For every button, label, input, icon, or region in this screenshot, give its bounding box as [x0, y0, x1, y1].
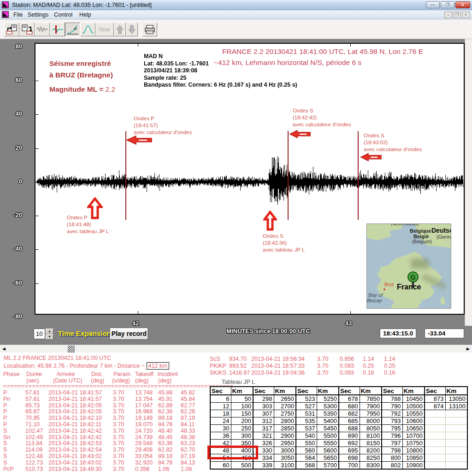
jp-cell: 5600: [317, 447, 339, 454]
p-curve-button[interactable]: P: [65, 23, 80, 36]
jp-header-cell: Sec: [210, 387, 231, 395]
filter-button[interactable]: [50, 23, 65, 36]
phase-cell: 1.14: [384, 356, 395, 362]
jp-cell: 8000: [360, 417, 382, 425]
menu-settings[interactable]: Settings: [25, 11, 51, 18]
jp-cell: [425, 425, 445, 432]
horizontal-scrollbar[interactable]: ◀ ▶: [0, 345, 472, 353]
event-note-line: Séisme enregistré: [49, 58, 115, 69]
time-expansion-input[interactable]: 10: [34, 329, 45, 339]
phase-cell: 2013-04-21 19:04:36: [251, 370, 305, 376]
save-record-button[interactable]: [19, 23, 35, 36]
phase-cell: 0.083: [340, 363, 354, 369]
event-note-line: à BRUZ (Bretagne): [49, 69, 115, 81]
scroll-right-arrow[interactable]: ▶: [464, 346, 472, 353]
phase-cell: 2013-04-21 18:43:02: [48, 459, 102, 466]
phase-cell: S: [3, 459, 7, 466]
phase-cell: 48.33: [181, 428, 195, 434]
open-record-button[interactable]: [4, 23, 19, 36]
phase-cell: 57.61: [25, 389, 40, 396]
jp-cell: 24: [210, 417, 231, 425]
jp-cell: 200: [231, 417, 253, 425]
phase-cell: P: [3, 408, 7, 415]
jp-cell: 2800: [274, 417, 296, 425]
bell-curve-button[interactable]: [80, 23, 95, 36]
phase-cell: 3.70: [113, 434, 124, 441]
phase-cell: 71.10: [25, 421, 40, 428]
phase-cell: 2013-04-21 18:57:33: [251, 363, 305, 369]
jp-cell: [445, 440, 467, 447]
phase-cell: 84.76: [158, 421, 172, 428]
y-axis-tick-label: 60: [3, 76, 22, 83]
print-button[interactable]: [142, 23, 157, 36]
phase-cell: 122.73: [25, 459, 43, 466]
jp-cell: 500: [231, 462, 253, 470]
now-button[interactable]: Now: [95, 23, 114, 36]
save-record-icon: [21, 24, 33, 35]
phase-cell: 19.070: [135, 421, 153, 428]
jp-cell: 792: [382, 410, 402, 417]
phase-cell: 2013-04-21 18:41:57: [48, 389, 102, 396]
menu-file[interactable]: File: [11, 11, 25, 18]
close-button[interactable]: ✕: [455, 1, 470, 8]
cursor-amplitude-readout[interactable]: -33.04: [425, 329, 464, 338]
cursor-time-readout[interactable]: 18:43:15.0: [380, 329, 416, 338]
jp-cell: 3000: [274, 447, 296, 454]
jp-cell: [425, 417, 445, 425]
phase-cell: 2013-04-21 18:43:02: [48, 453, 102, 459]
play-record-button[interactable]: Play record: [110, 328, 148, 340]
time-expansion-up-button[interactable]: ▲: [46, 329, 53, 334]
location-map: (Netherlands) Belgique België (Belgium) …: [366, 223, 451, 309]
waveform-button[interactable]: [35, 23, 50, 36]
jp-cell: 3050: [274, 454, 296, 462]
y-axis-tick-label: 80: [3, 43, 22, 50]
map-epicenter-marker: G: [407, 271, 419, 282]
minimize-button[interactable]: —: [426, 1, 440, 8]
jp-cell: [445, 425, 467, 432]
phase-cell: Sn: [3, 434, 10, 441]
scrollbar-thumb[interactable]: [68, 346, 75, 353]
jp-cell: 790: [382, 403, 402, 410]
phase-cell: SKiKS: [210, 370, 226, 376]
phase-cell: 102.47: [25, 428, 43, 434]
jp-cell: 695: [339, 447, 360, 454]
map-mountains: [411, 259, 429, 269]
jp-cell: [425, 447, 445, 454]
restore-button[interactable]: ❐: [441, 1, 454, 8]
phase-cell: 934.70: [229, 356, 247, 362]
vertical-scrollbar[interactable]: [465, 39, 472, 326]
menu-control[interactable]: Control: [52, 11, 75, 18]
phase-cell: 45.82: [181, 389, 195, 396]
mdi-close-button[interactable]: ×: [462, 12, 470, 18]
mdi-minimize-button[interactable]: –: [444, 12, 452, 18]
bell-curve-icon: [82, 24, 94, 35]
app-icon: [2, 1, 9, 8]
jp-cell: 5300: [317, 403, 339, 410]
phase-cell: 89.18: [158, 415, 172, 421]
time-expansion-down-button[interactable]: ▼: [46, 334, 53, 340]
menu-help[interactable]: Help: [77, 11, 94, 18]
jp-cell: 568: [296, 462, 317, 470]
jp-cell: 688: [339, 425, 360, 432]
mdi-restore-button[interactable]: ❐: [453, 12, 461, 18]
jp-cell: 5350: [317, 410, 339, 417]
phase-cell: 3.70: [317, 370, 328, 376]
jp-cell: 540: [296, 432, 317, 440]
arrow-up-icon: [116, 24, 124, 35]
phase-cell: 0.356: [135, 466, 149, 472]
jp-cell: 798: [382, 447, 402, 454]
phase-cell: PcP: [3, 466, 14, 472]
phase-cell: 17.047: [135, 402, 153, 409]
jp-cell: 5550: [317, 440, 339, 447]
scroll-down-button[interactable]: [126, 23, 138, 36]
phase-cell: 3.70: [113, 428, 124, 434]
phase-cell: 0.16: [384, 370, 395, 376]
phase-cell: 87.19: [181, 415, 195, 421]
jp-cell: 18: [210, 410, 231, 417]
jp-cell: 12: [210, 403, 231, 410]
jp-cell: 298: [253, 395, 274, 403]
scroll-up-button[interactable]: [114, 23, 126, 36]
scroll-left-arrow[interactable]: ◀: [0, 346, 8, 353]
phase-cell: 70.95: [25, 415, 40, 421]
phase-cell: 62.77: [181, 402, 195, 409]
